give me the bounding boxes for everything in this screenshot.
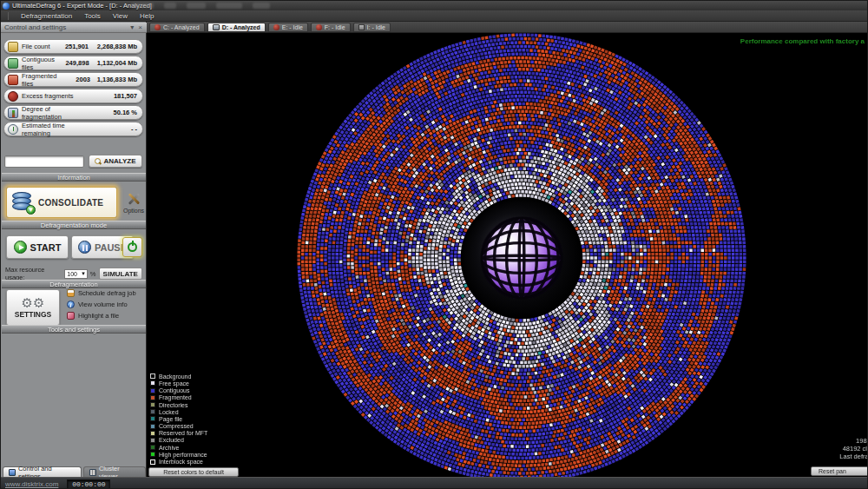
- legend-item: Directories: [150, 402, 207, 408]
- file-count-icon: [8, 42, 18, 52]
- legend-item: Page file: [150, 416, 207, 422]
- cluster-count-text: 48192 clust: [839, 445, 868, 453]
- stat-row-file-count: File count 251,901 2,268,838 Mb: [3, 39, 143, 54]
- disk-canvas[interactable]: [147, 22, 868, 477]
- legend-item: Free space: [150, 380, 207, 387]
- legend-swatch: [150, 438, 155, 443]
- legend-item: Archive: [150, 445, 207, 451]
- consolidate-button[interactable]: ▼ CONSOLIDATE: [6, 187, 117, 218]
- section-tools: Tools and settings: [2, 325, 146, 334]
- legend-item: Background: [150, 373, 207, 380]
- legend-item: Compressed: [150, 423, 207, 429]
- drive-tab-i[interactable]: I: - Idle: [353, 23, 391, 32]
- drive-ball-icon: [273, 24, 279, 30]
- stat-row-contiguous: Contiguous files 249,898 1,132,004 Mb: [3, 56, 143, 70]
- legend-label: Page file: [159, 416, 182, 422]
- legend-swatch: [150, 388, 155, 393]
- legend-swatch: [150, 431, 155, 436]
- drive-tab-label: E: - Idle: [282, 24, 303, 30]
- settings-label: SETTINGS: [15, 310, 52, 319]
- reset-pan-button[interactable]: Reset pan: [811, 466, 868, 476]
- fragmentation-degree-icon: [8, 108, 18, 118]
- stat-count: 251,901: [54, 43, 89, 50]
- stat-size: 50.16 %: [89, 109, 137, 116]
- power-icon: [128, 242, 137, 252]
- stat-count: 2003: [56, 76, 90, 83]
- schedule-defrag-link[interactable]: Schedule defrag job: [67, 289, 145, 297]
- drive-ball-icon: [155, 24, 161, 30]
- view-volume-info-link[interactable]: i View volume info: [67, 301, 145, 308]
- legend-label: Contiguous: [159, 387, 189, 393]
- legend-label: Directories: [159, 402, 187, 408]
- consolidate-label: CONSOLIDATE: [38, 198, 103, 208]
- menu-view[interactable]: View: [113, 12, 128, 20]
- fragmented-files-icon: [8, 75, 18, 85]
- percent-label: %: [90, 270, 96, 278]
- reset-colors-button[interactable]: Reset colors to default: [148, 467, 239, 477]
- stat-size: - -: [89, 125, 137, 133]
- chevron-down-icon: ▾: [82, 270, 85, 277]
- legend-label: Excluded: [159, 437, 184, 443]
- stat-label: Contiguous files: [18, 56, 55, 71]
- stat-row-excess-fragments: Excess fragments 181,507: [3, 89, 143, 103]
- pause-icon: [78, 241, 91, 254]
- ghost-artifact: [164, 3, 176, 9]
- drive-tab-c[interactable]: C: - Analyzed: [149, 23, 205, 32]
- legend-item: Fragmented: [150, 395, 207, 401]
- drive-tab-label: C: - Analyzed: [163, 24, 200, 30]
- legend-item: Reserved for MFT: [150, 431, 207, 437]
- panel-collapse-icon[interactable]: ▾: [130, 23, 138, 31]
- simulate-button[interactable]: SIMULATE: [99, 268, 142, 280]
- legend-label: Compressed: [159, 423, 194, 429]
- stat-label: Fragmented files: [18, 72, 56, 88]
- cluster-tab-icon: [89, 469, 96, 476]
- panel-header-title: Control and settings: [1, 23, 130, 31]
- stat-size: 2,268,838 Mb: [89, 43, 137, 50]
- stat-label: File count: [18, 43, 54, 50]
- legend-item: Interblock space: [150, 459, 207, 465]
- tab-control-and-settings[interactable]: Control and settings: [3, 466, 82, 477]
- drive-tab-e[interactable]: E: - Idle: [268, 23, 308, 32]
- down-arrow-icon: ▼: [26, 205, 36, 215]
- analyze-label: ANALYZE: [103, 157, 135, 165]
- panel-close-icon[interactable]: ×: [138, 23, 147, 31]
- excess-fragments-icon: [8, 91, 18, 102]
- menu-help[interactable]: Help: [140, 12, 154, 20]
- legend-swatch: [150, 452, 155, 457]
- analyze-button[interactable]: ANALYZE: [89, 155, 142, 168]
- menu-tools[interactable]: Tools: [84, 12, 101, 20]
- legend-swatch: [150, 409, 155, 414]
- section-information: Information: [2, 173, 146, 182]
- drive-tab-bar: C: - Analyzed D: - Analyzed E: - Idle F:…: [147, 22, 868, 33]
- options-button[interactable]: Options: [122, 187, 145, 218]
- settings-button[interactable]: ⚙⚙ SETTINGS: [6, 289, 60, 326]
- legend-swatch: [150, 395, 155, 400]
- section-defrag-mode: Defragmentation mode: [2, 221, 146, 229]
- resource-usage-select[interactable]: 100 ▾: [64, 269, 88, 279]
- stat-row-fragmentation-degree: Degree of fragmentation 50.16 %: [3, 105, 143, 120]
- legend-label: Fragmented: [159, 394, 192, 400]
- drive-box-icon: [358, 24, 365, 30]
- tab-cluster-viewer[interactable]: Cluster viewer: [83, 466, 146, 477]
- panel-bottom-tabs: Control and settings Cluster viewer: [1, 466, 146, 477]
- start-button[interactable]: START: [6, 235, 69, 259]
- stat-count: 249,898: [55, 59, 89, 67]
- disk-stack-icon: ▼: [12, 192, 33, 213]
- info-icon: i: [67, 301, 75, 308]
- disktrix-link[interactable]: www.disktrix.com: [5, 480, 58, 488]
- highlight-file-link[interactable]: Highlight a file: [67, 312, 145, 320]
- legend-swatch: [150, 380, 155, 386]
- power-button[interactable]: [122, 237, 142, 257]
- drive-tab-d[interactable]: D: - Analyzed: [207, 23, 266, 32]
- drive-tab-label: D: - Analyzed: [222, 24, 260, 30]
- cluster-legend: Background Free space Contiguous Fragmen…: [150, 373, 207, 465]
- file-search-input[interactable]: [4, 155, 84, 168]
- menu-defragmentation[interactable]: Defragmentation: [21, 12, 72, 20]
- legend-swatch: [150, 373, 155, 379]
- drive-tab-f[interactable]: F: - Idle: [311, 23, 351, 32]
- legend-swatch: [150, 402, 155, 407]
- analyze-row: ANALYZE: [4, 155, 142, 168]
- tool-link-label: Highlight a file: [78, 312, 119, 320]
- ghost-artifact: [216, 3, 242, 9]
- legend-label: High performance: [159, 452, 207, 458]
